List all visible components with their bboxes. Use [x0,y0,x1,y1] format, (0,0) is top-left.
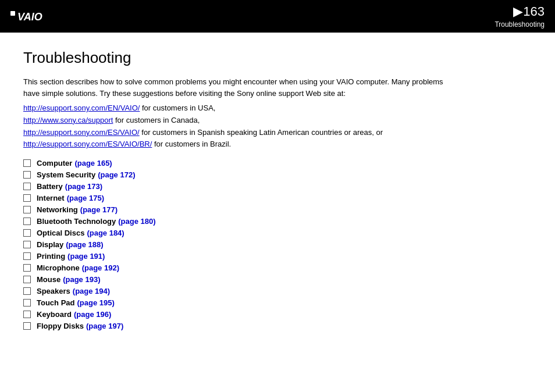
toc-item-label: Touch Pad [37,298,74,307]
toc-item: Optical Discs(page 184) [23,229,532,237]
toc-item-link[interactable]: (page 180) [118,217,155,226]
toc-item-label: Speakers [37,287,70,295]
toc-item-label: Display [37,240,63,249]
toc-item-label: Printing [37,252,65,261]
checkbox-icon [23,322,31,330]
toc-item-label: Bluetooth Technology [37,217,116,226]
toc-item-link[interactable]: (page 188) [66,240,103,249]
page-header: VAIO ▶163 Troubleshooting [0,0,555,33]
link-brazil[interactable]: http://esupport.sony.com/ES/VAIO/BR/ [23,140,152,148]
toc-item-link[interactable]: (page 165) [74,159,112,168]
main-content: Troubleshooting This section describes h… [0,33,555,351]
toc-item-link[interactable]: (page 184) [87,229,124,237]
checkbox-icon [23,264,31,272]
toc-item: Networking(page 177) [23,205,532,214]
checkbox-icon [23,241,31,248]
toc-item-link[interactable]: (page 195) [77,298,114,307]
checkbox-icon [23,183,31,190]
toc-item: Microphone(page 192) [23,263,532,272]
toc-item: Mouse(page 193) [23,275,532,284]
link-line-3: http://esupport.sony.com/ES/VAIO/ for cu… [23,128,383,137]
toc-list: Computer(page 165)System Security(page 1… [23,159,532,330]
toc-item-label: Networking [37,205,78,214]
checkbox-icon [23,311,31,318]
toc-item: Internet(page 175) [23,194,532,202]
toc-item-link[interactable]: (page 193) [63,275,100,284]
checkbox-icon [23,159,31,167]
toc-item-link[interactable]: (page 175) [67,194,104,202]
link-line-4: http://esupport.sony.com/ES/VAIO/BR/ for… [23,140,231,148]
arrow-icon: ▶ [513,4,523,19]
toc-item-link[interactable]: (page 192) [82,263,119,272]
toc-item: Keyboard(page 196) [23,310,532,319]
toc-item: Bluetooth Technology(page 180) [23,217,532,226]
page-title: Troubleshooting [23,49,532,67]
toc-item-label: Battery [37,182,63,191]
toc-item: Computer(page 165) [23,159,532,168]
toc-item-label: System Security [37,170,95,179]
checkbox-icon [23,229,31,237]
checkbox-icon [23,218,31,225]
page-number: ▶163 [494,3,545,20]
toc-item-link[interactable]: (page 197) [86,322,123,330]
toc-item-link[interactable]: (page 196) [74,310,111,319]
checkbox-icon [23,276,31,283]
link-line-1: http://esupport.sony.com/EN/VAIO/ for cu… [23,104,215,112]
toc-item-link[interactable]: (page 194) [73,287,110,295]
toc-item: Printing(page 191) [23,252,532,261]
checkbox-icon [23,299,31,307]
toc-item: System Security(page 172) [23,170,532,179]
toc-item-label: Microphone [37,263,80,272]
toc-item-link[interactable]: (page 191) [67,252,105,261]
toc-item: Floppy Disks(page 197) [23,322,532,330]
checkbox-icon [23,171,31,179]
intro-paragraph: This section describes how to solve comm… [23,76,532,99]
toc-item: Display(page 188) [23,240,532,249]
toc-item: Battery(page 173) [23,182,532,191]
support-links-block: http://esupport.sony.com/EN/VAIO/ for cu… [23,102,532,151]
section-name: Troubleshooting [494,20,545,30]
toc-item-link[interactable]: (page 177) [80,205,118,214]
toc-item-label: Optical Discs [37,229,84,237]
link-latin-america[interactable]: http://esupport.sony.com/ES/VAIO/ [23,128,140,137]
svg-rect-0 [10,11,15,16]
svg-text:VAIO: VAIO [17,11,42,23]
toc-item-label: Keyboard [37,310,72,319]
toc-item-link[interactable]: (page 172) [98,170,135,179]
toc-item-link[interactable]: (page 173) [65,182,102,191]
toc-item-label: Mouse [37,275,61,284]
logo-area: VAIO [10,8,57,25]
vaio-logo-svg: VAIO [10,8,57,25]
checkbox-icon [23,194,31,202]
checkbox-icon [23,252,31,260]
checkbox-icon [23,287,31,295]
toc-item-label: Floppy Disks [37,322,84,330]
toc-item-label: Internet [37,194,65,202]
checkbox-icon [23,206,31,213]
link-usa[interactable]: http://esupport.sony.com/EN/VAIO/ [23,104,140,112]
page-info: ▶163 Troubleshooting [494,3,545,29]
toc-item: Touch Pad(page 195) [23,298,532,307]
toc-item-label: Computer [37,159,72,168]
toc-item: Speakers(page 194) [23,287,532,295]
link-canada[interactable]: http://www.sony.ca/support [23,116,113,124]
link-line-2: http://www.sony.ca/support for customers… [23,116,200,124]
